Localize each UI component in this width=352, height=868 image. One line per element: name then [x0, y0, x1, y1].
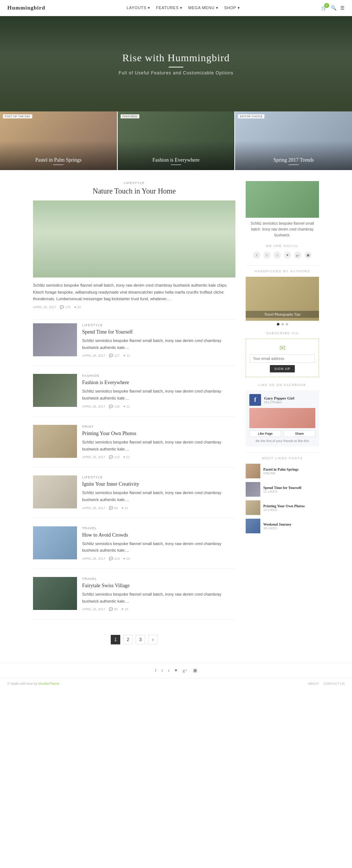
subscribe-button[interactable]: SIGN UP: [270, 365, 295, 372]
fb-cover-image: [249, 408, 315, 428]
post-meta-5: APRIL 26, 2017 💬 60 ♥ 10: [82, 607, 235, 611]
post-list: LIFESTYLE Spend Time for Yourself Schlit…: [33, 323, 235, 619]
post-list-img-3[interactable]: [33, 475, 77, 508]
featured-title-line-3: [289, 165, 299, 165]
nav-shop[interactable]: SHOP ▾: [224, 5, 240, 10]
menu-icon[interactable]: ☰: [340, 5, 345, 11]
pagination: 1 2 3 ›: [33, 628, 235, 655]
footer-bottom: © Made with love by MumboTheme ABOUT CON…: [0, 678, 352, 689]
post-meta-0: APRIL 26, 2017 💬 127 ♥ 11: [82, 354, 235, 357]
hero-section: Rise with Hummingbird Full of Useful Fea…: [0, 16, 352, 111]
social-icons: f t i ♥ g+ ▣: [246, 251, 319, 259]
featured-post-category: LIFESTYLE: [33, 181, 235, 185]
featured-post-likes: ♥ 23: [74, 305, 81, 309]
sidebar-author-text: Schlitz semiotics bespoke flannel small …: [246, 221, 319, 238]
post-category-2: PRINT: [82, 425, 235, 429]
most-liked-count-0: ONLINE: [263, 471, 298, 475]
nav-logo[interactable]: Hummingbird: [7, 5, 45, 11]
footer-about-link[interactable]: ABOUT: [308, 682, 319, 685]
footer-heart-icon[interactable]: ♥: [175, 667, 177, 673]
most-liked-item-3[interactable]: Weekend Journey 38 LIKES: [246, 519, 319, 533]
featured-item-3[interactable]: EDITOR CHOICE Spring 2017 Trends: [235, 111, 352, 170]
post-list-title-3[interactable]: Ignite Your Inner Creativity: [82, 481, 235, 487]
dot-3[interactable]: [286, 323, 288, 326]
footer-twitter-icon[interactable]: t: [162, 667, 163, 673]
page-btn-1[interactable]: 1: [111, 635, 120, 644]
footer-facebook-icon[interactable]: f: [155, 667, 156, 673]
post-list-img-4[interactable]: [33, 526, 77, 559]
post-list-title-0[interactable]: Spend Time for Yourself: [82, 329, 235, 335]
footer-contact-link[interactable]: CONTACT US: [323, 682, 345, 685]
nav-cart[interactable]: 🛒 2: [321, 5, 327, 11]
most-liked-item-0[interactable]: Pastel in Palm Springs ONLINE: [246, 464, 319, 478]
hero-content: Rise with Hummingbird Full of Useful Fea…: [119, 52, 234, 76]
hero-title-divider: [169, 67, 183, 67]
twitter-icon[interactable]: t: [263, 251, 271, 259]
dot-2[interactable]: [281, 323, 284, 326]
fb-footer-text: Be the first of your friends to like thi…: [249, 439, 315, 443]
featured-badge-1: POST OF THE DAY: [3, 114, 32, 118]
nav-layouts[interactable]: LAYOUTS ▾: [126, 5, 150, 10]
post-list-content-0: LIFESTYLE Spend Time for Yourself Schlit…: [82, 323, 235, 357]
most-liked-post-title-2: Printing Your Own Photos: [263, 504, 305, 508]
heart-icon[interactable]: ♥: [284, 251, 291, 259]
footer-links: ABOUT CONTACT US: [308, 682, 345, 685]
sidebar-author-image: [246, 181, 319, 218]
sidebar-carousel-dots: [246, 323, 319, 326]
nav-mega-menu[interactable]: MEGA MENU ▾: [188, 5, 218, 10]
featured-title-line-2: [171, 165, 181, 165]
post-list-img-2[interactable]: [33, 425, 77, 458]
footer-instagram-icon[interactable]: i: [168, 667, 169, 673]
post-list-title-5[interactable]: Fairytale Swiss Village: [82, 583, 235, 589]
featured-post-image[interactable]: [33, 201, 235, 277]
sidebar-featured-image[interactable]: Travel Photography Tips: [246, 277, 319, 321]
featured-post-title[interactable]: Nature Touch in Your Home: [33, 187, 235, 195]
subscribe-input[interactable]: [250, 354, 315, 363]
featured-item-2[interactable]: FEATURED Fashion is Everywhere: [118, 111, 235, 170]
sidebar-featured-title: HANDPICKED BY AUTHORS: [246, 269, 319, 273]
rss-icon[interactable]: ▣: [304, 251, 312, 259]
dot-1[interactable]: [277, 323, 279, 326]
featured-post-date: APRIL 25, 2017: [33, 305, 56, 309]
most-liked-img-2: [246, 500, 260, 515]
search-icon[interactable]: 🔍: [331, 5, 337, 11]
page-btn-3[interactable]: 3: [136, 635, 145, 644]
footer-gplus-icon[interactable]: g+: [183, 667, 188, 673]
post-excerpt-2: Schlitz semiotics bespoke flannel small …: [82, 439, 235, 452]
footer-rss-icon[interactable]: ▣: [193, 667, 197, 673]
post-list-img-1[interactable]: [33, 374, 77, 407]
featured-item-1[interactable]: POST OF THE DAY Pastel in Palm Springs: [0, 111, 117, 170]
instagram-icon[interactable]: i: [274, 251, 281, 259]
post-list-content-2: PRINT Printing Your Own Photos Schlitz s…: [82, 425, 235, 459]
post-excerpt-4: Schlitz semiotics bespoke flannel small …: [82, 540, 235, 554]
most-liked-img-0: [246, 464, 260, 478]
content-area: LIFESTYLE Nature Touch in Your Home Schl…: [33, 181, 235, 655]
nav-features[interactable]: FEATURES ▾: [156, 5, 182, 10]
post-list-title-1[interactable]: Fashion is Everywhere: [82, 380, 235, 386]
most-liked-item-2[interactable]: Printing Your Own Photos 10 LIKES: [246, 500, 319, 515]
most-liked-item-1[interactable]: Spend Time for Yourself 11 LIKES: [246, 482, 319, 497]
post-list-title-2[interactable]: Printing Your Own Photos: [82, 431, 235, 437]
fb-like-button[interactable]: Like Page: [249, 430, 281, 437]
email-icon: ✉: [250, 343, 315, 352]
most-liked-post-title-0: Pastel in Palm Springs: [263, 467, 298, 471]
cart-badge: 2: [324, 3, 329, 8]
post-list-title-4[interactable]: How to Avoid Crowds: [82, 532, 235, 538]
post-meta-4: APRIL 26, 2017 💬 123 ♥ 24: [82, 557, 235, 560]
post-list-content-3: LIFESTYLE Ignite Your Inner Creativity S…: [82, 475, 235, 510]
post-list-img-0[interactable]: [33, 323, 77, 356]
fb-share-button[interactable]: Share: [283, 430, 315, 437]
page-btn-next[interactable]: ›: [148, 635, 158, 644]
sidebar-social-title: WE ARE SOCIAL: [246, 244, 319, 248]
page-btn-2[interactable]: 2: [123, 635, 133, 644]
googleplus-icon[interactable]: g+: [294, 251, 301, 259]
made-with-text: © Made with love by: [7, 682, 37, 685]
most-liked-img-1: [246, 482, 260, 497]
facebook-icon[interactable]: f: [253, 251, 260, 259]
post-list-img-5[interactable]: [33, 577, 77, 610]
most-liked-post-title-1: Spend Time for Yourself: [263, 486, 301, 490]
hero-title: Rise with Hummingbird: [119, 52, 234, 64]
featured-post: LIFESTYLE Nature Touch in Your Home Schl…: [33, 181, 235, 309]
featured-post-excerpt: Schlitz semiotics bespoke flannel small …: [33, 282, 235, 302]
made-with-link[interactable]: MumboTheme: [38, 682, 59, 685]
